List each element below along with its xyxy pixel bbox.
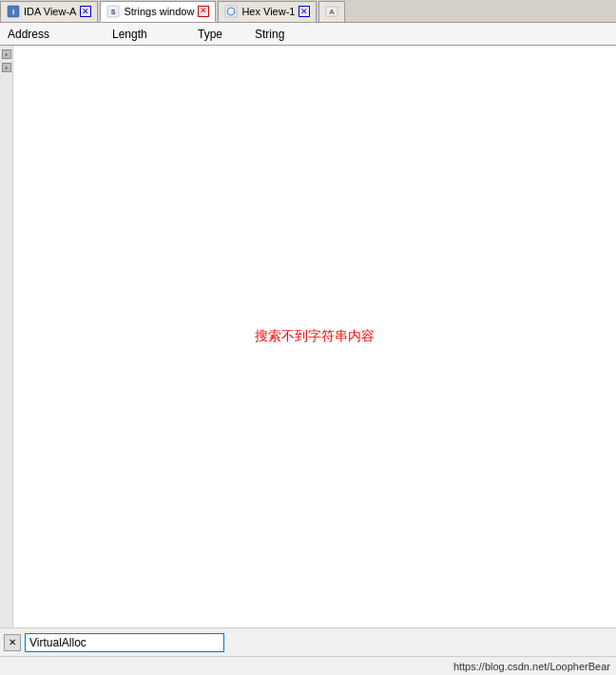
search-input[interactable] [25, 633, 224, 652]
tab-ida-view-close[interactable]: ✕ [80, 6, 91, 17]
main-area: › › 搜索不到字符串内容 [0, 46, 616, 627]
tab-strings-window[interactable]: S Strings window ✕ [100, 1, 216, 22]
bottom-bar: ✕ [0, 627, 616, 656]
clear-search-button[interactable]: ✕ [4, 634, 21, 651]
content-area: 搜索不到字符串内容 [13, 46, 616, 627]
svg-text:S: S [111, 9, 116, 15]
tab-strings-window-label: Strings window [124, 6, 194, 17]
no-result-message: 搜索不到字符串内容 [255, 328, 375, 345]
tab-hex-view-label: Hex View-1 [241, 6, 295, 17]
status-bar: https://blog.csdn.net/LoopherBear [0, 656, 616, 675]
column-header: Address Length Type String [0, 23, 616, 46]
svg-text:I: I [12, 8, 14, 16]
strings-icon: S [106, 5, 120, 18]
ida-icon: I [7, 5, 20, 18]
sidebar-btn-1[interactable]: › [2, 49, 11, 59]
hex-icon [224, 5, 238, 18]
col-header-string: String [251, 28, 612, 41]
svg-text:A: A [330, 8, 336, 16]
left-sidebar: › › [0, 46, 13, 627]
sidebar-btn-2[interactable]: › [2, 63, 11, 72]
tab-ida-view[interactable]: I IDA View-A ✕ [0, 1, 98, 22]
tab-extra[interactable]: A [318, 1, 345, 22]
tab-hex-view[interactable]: Hex View-1 ✕ [218, 1, 317, 22]
col-header-address: Address [4, 28, 108, 41]
tab-strings-window-close[interactable]: ✕ [198, 6, 209, 17]
tab-bar: I IDA View-A ✕ S Strings window ✕ Hex Vi… [0, 0, 616, 23]
tab-hex-view-close[interactable]: ✕ [298, 6, 310, 17]
col-header-type: Type [194, 28, 251, 41]
status-text: https://blog.csdn.net/LoopherBear [453, 661, 610, 672]
col-header-length: Length [108, 28, 194, 41]
extra-icon: A [325, 5, 338, 18]
tab-ida-view-label: IDA View-A [24, 6, 76, 17]
